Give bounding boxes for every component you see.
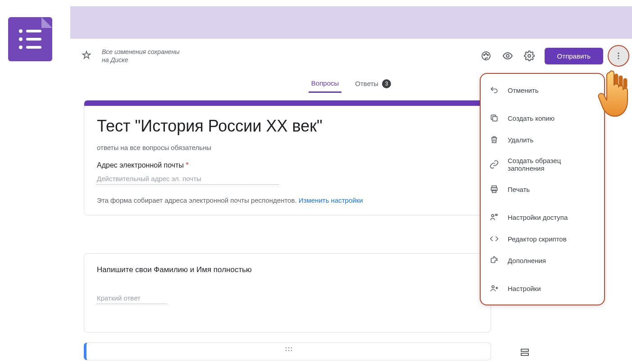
menu-prefill[interactable]: Создать образец заполнения [481,150,604,178]
menu-print-label: Печать [508,186,530,193]
menu-print[interactable]: Печать [481,178,604,200]
context-menu: Отменить Создать копию Удалить Создать о… [480,73,605,305]
question-card-1[interactable]: Напишите свои Фамилию и Имя полностью Кр… [84,253,491,332]
form-description[interactable]: ответы на все вопросы обязательны [97,144,478,151]
svg-point-9 [285,347,286,349]
toolbar: Все изменения сохранены на Диске Отправи… [70,42,632,69]
tab-questions[interactable]: Вопросы [309,75,341,93]
svg-rect-15 [493,117,497,121]
form-accent-bar [84,100,491,106]
svg-rect-23 [521,349,528,351]
menu-script[interactable]: Редактор скриптов [481,228,604,250]
question-1-title[interactable]: Напишите свои Фамилию и Имя полностью [97,265,478,274]
menu-settings-label: Настройки [508,285,541,292]
svg-point-14 [291,350,292,351]
svg-point-2 [485,53,486,54]
header-background [70,6,632,39]
tab-answers[interactable]: Ответы 3 [352,75,394,93]
menu-copy-label: Создать копию [508,114,555,122]
question-card-2[interactable] [84,342,491,360]
svg-point-4 [506,55,509,57]
form-header-card: Тест "История России XX век" ответы на в… [84,100,491,215]
svg-point-12 [285,350,286,351]
svg-point-19 [491,214,494,217]
save-status-line1: Все изменения сохранены [102,48,179,56]
change-settings-link[interactable]: Изменить настройки [299,196,363,204]
menu-delete-label: Удалить [508,136,533,144]
svg-point-8 [618,58,619,59]
menu-undo[interactable]: Отменить [481,79,604,101]
drag-handle-icon[interactable] [284,346,293,354]
svg-point-13 [288,350,289,351]
menu-addons-label: Дополнения [508,257,546,264]
svg-point-11 [291,347,292,349]
question-1-input: Краткий ответ [97,294,167,304]
forms-logo[interactable] [8,17,52,61]
svg-point-10 [288,347,289,349]
svg-point-3 [487,55,488,55]
svg-point-1 [483,55,484,55]
email-input[interactable]: Действительный адрес эл. почты [97,175,279,185]
send-button[interactable]: Отправить [545,48,603,64]
required-star: * [186,161,188,169]
settings-button[interactable] [518,45,540,67]
menu-script-label: Редактор скриптов [508,235,567,243]
email-label: Адрес электронной почты * [97,161,478,169]
menu-undo-label: Отменить [508,86,539,94]
svg-point-5 [528,55,531,57]
svg-rect-24 [521,353,528,355]
save-status-line2: на Диске [102,56,179,64]
menu-delete[interactable]: Удалить [481,129,604,150]
preview-button[interactable] [497,45,518,67]
svg-point-22 [496,287,498,289]
more-options-button[interactable] [608,45,629,67]
svg-point-7 [618,55,619,56]
form-title[interactable]: Тест "История России XX век" [97,117,478,136]
menu-share[interactable]: Настройки доступа [481,206,604,228]
layout-icon[interactable] [519,347,530,359]
menu-addons[interactable]: Дополнения [481,250,604,271]
svg-point-6 [618,53,619,54]
svg-point-21 [492,286,494,288]
palette-button[interactable] [475,45,497,67]
email-collection-note: Эта форма собирает адреса электронной по… [97,196,478,204]
menu-prefill-label: Создать образец заполнения [508,157,595,172]
menu-settings[interactable]: Настройки [481,278,604,299]
tab-answers-label: Ответы [355,80,378,87]
menu-share-label: Настройки доступа [508,214,568,221]
save-status: Все изменения сохранены на Диске [102,48,179,64]
star-icon[interactable] [82,50,91,61]
tab-answers-badge: 3 [382,79,391,88]
hand-cursor-icon [596,68,632,117]
menu-copy[interactable]: Создать копию [481,107,604,129]
